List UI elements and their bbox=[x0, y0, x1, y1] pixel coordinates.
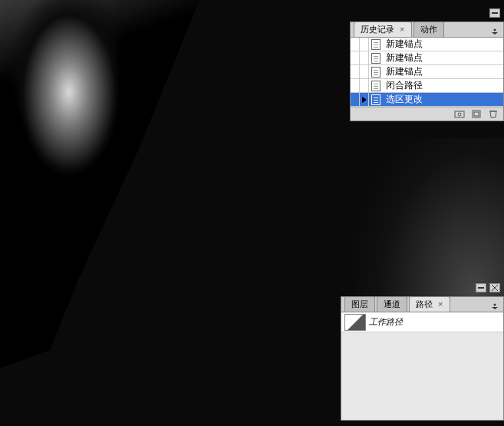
panel-minimize-button[interactable] bbox=[476, 283, 486, 292]
close-icon[interactable]: × bbox=[400, 25, 404, 34]
path-thumbnail bbox=[344, 314, 366, 331]
tab-label: 历史记录 bbox=[361, 25, 394, 34]
tab-label: 动作 bbox=[420, 25, 437, 34]
history-row[interactable]: 新建锚点 bbox=[351, 65, 503, 79]
document-icon bbox=[369, 67, 383, 78]
history-row[interactable]: 闭合路径 bbox=[351, 79, 503, 93]
close-icon[interactable]: × bbox=[438, 299, 443, 309]
history-label: 新建锚点 bbox=[383, 51, 423, 64]
tab-paths[interactable]: 路径 × bbox=[409, 296, 450, 312]
tab-actions[interactable]: 动作 bbox=[413, 21, 444, 37]
history-panel: 历史记录 × 动作 新建锚点 新建锚点 新建锚点 闭合路径 bbox=[350, 21, 504, 121]
document-icon bbox=[369, 81, 383, 91]
tab-channels[interactable]: 通道 bbox=[377, 296, 407, 312]
document-icon bbox=[369, 39, 383, 50]
history-label: 闭合路径 bbox=[383, 79, 423, 92]
history-label: 新建锚点 bbox=[383, 65, 423, 78]
history-label: 选区更改 bbox=[383, 93, 423, 106]
panel-menu-button[interactable] bbox=[488, 26, 502, 37]
history-row[interactable]: 选区更改 bbox=[351, 93, 503, 107]
paths-list: 工作路径 bbox=[341, 312, 503, 420]
svg-rect-7 bbox=[478, 287, 484, 289]
document-icon bbox=[369, 53, 383, 64]
tab-label: 图层 bbox=[351, 299, 368, 309]
svg-rect-0 bbox=[492, 12, 498, 14]
new-document-button[interactable] bbox=[469, 109, 483, 120]
playhead-icon bbox=[360, 93, 369, 106]
tab-layers[interactable]: 图层 bbox=[344, 296, 375, 312]
svg-point-10 bbox=[494, 304, 496, 306]
svg-point-1 bbox=[494, 29, 496, 31]
svg-rect-2 bbox=[455, 111, 464, 117]
history-panel-footer bbox=[351, 107, 503, 121]
history-label: 新建锚点 bbox=[383, 38, 423, 51]
path-label: 工作路径 bbox=[369, 316, 403, 328]
history-row[interactable]: 新建锚点 bbox=[351, 51, 503, 65]
document-icon bbox=[369, 94, 383, 105]
tab-label: 通道 bbox=[384, 299, 400, 309]
paths-panel: 图层 通道 路径 × 工作路径 bbox=[341, 296, 504, 421]
tab-label: 路径 bbox=[416, 299, 433, 309]
tab-history[interactable]: 历史记录 × bbox=[354, 21, 412, 37]
panel-minimize-button[interactable] bbox=[489, 8, 500, 18]
svg-rect-5 bbox=[474, 112, 479, 116]
panel-menu-button[interactable] bbox=[488, 301, 502, 312]
path-item[interactable]: 工作路径 bbox=[341, 312, 503, 332]
delete-button[interactable] bbox=[486, 109, 500, 120]
history-row[interactable]: 新建锚点 bbox=[351, 38, 503, 51]
svg-point-3 bbox=[458, 113, 461, 116]
panel-close-button[interactable] bbox=[489, 283, 500, 292]
history-list: 新建锚点 新建锚点 新建锚点 闭合路径 选区更改 bbox=[351, 38, 503, 107]
new-snapshot-button[interactable] bbox=[453, 109, 466, 120]
history-panel-tabs: 历史记录 × 动作 bbox=[351, 22, 503, 38]
paths-panel-tabs: 图层 通道 路径 × bbox=[341, 297, 503, 312]
